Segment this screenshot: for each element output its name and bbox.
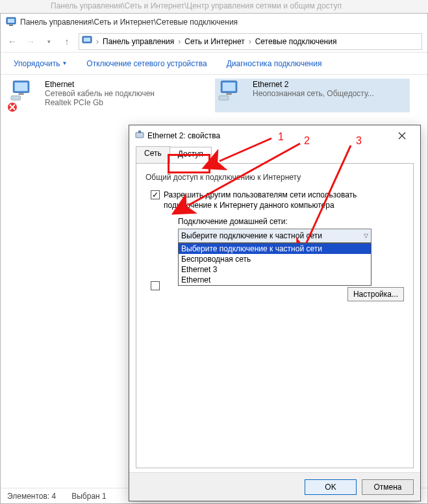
- combobox-dropdown: Выберите подключение к частной сети Бесп…: [178, 243, 371, 286]
- breadcrumb[interactable]: Сетевые подключения: [255, 37, 337, 46]
- svg-rect-2: [9, 25, 13, 26]
- close-button[interactable]: [389, 127, 415, 145]
- adapter-device: Realtek PCIe Gb: [45, 98, 155, 107]
- ethernet-icon: [216, 80, 249, 111]
- svg-rect-13: [219, 96, 229, 101]
- svg-rect-1: [8, 19, 14, 23]
- dialog-button-row: OK Отмена: [129, 472, 420, 501]
- address-bar[interactable]: › Панель управления › Сеть и Интернет › …: [79, 33, 422, 50]
- svg-rect-12: [226, 93, 231, 94]
- bg-title-text: Панель управления\Сеть и Интернет\Центр …: [51, 1, 342, 10]
- tab-access-pane: Общий доступ к подключению к Интернету ✓…: [136, 163, 414, 468]
- network-connections-icon: [82, 35, 92, 47]
- tab-strip: Сеть Доступ: [136, 146, 414, 163]
- home-network-label: Подключение домашней сети:: [178, 217, 404, 226]
- network-connections-icon: [6, 16, 16, 29]
- svg-rect-14: [136, 132, 144, 138]
- chevron-down-icon: ▽: [364, 233, 368, 239]
- ethernet-icon: [8, 80, 41, 111]
- settings-label: Настройка...: [353, 290, 398, 299]
- cancel-button[interactable]: Отмена: [362, 479, 414, 495]
- ok-button[interactable]: OK: [305, 479, 357, 495]
- home-network-combobox[interactable]: Выберите подключение к частной сети ▽: [178, 229, 371, 243]
- dialog-title: Ethernet 2: свойства: [145, 131, 389, 140]
- svg-rect-11: [223, 82, 236, 91]
- settings-button[interactable]: Настройка...: [347, 287, 404, 301]
- ok-label: OK: [325, 483, 336, 492]
- adapter-item[interactable]: Ethernet Сетевой кабель не подключен Rea…: [7, 79, 202, 112]
- adapter-status: Неопознанная сеть, Общедосту...: [253, 89, 374, 98]
- allow-sharing-checkbox[interactable]: ✓: [151, 190, 160, 199]
- svg-rect-8: [11, 96, 21, 101]
- chevron-right-icon[interactable]: ›: [178, 37, 181, 46]
- tab-label: Доступ: [178, 149, 203, 158]
- forward-button[interactable]: →: [21, 32, 40, 51]
- svg-rect-6: [15, 82, 28, 91]
- combo-option[interactable]: Ethernet: [179, 275, 371, 285]
- command-bar: Упорядочить ▼ Отключение сетевого устрой…: [1, 53, 427, 75]
- combo-option[interactable]: Беспроводная сеть: [179, 254, 371, 264]
- titlebar: Панель управления\Сеть и Интернет\Сетевы…: [1, 14, 427, 31]
- chevron-right-icon[interactable]: ›: [96, 37, 99, 46]
- status-selected: Выбран 1: [71, 492, 106, 501]
- svg-rect-4: [84, 38, 90, 42]
- chevron-down-icon: ▼: [62, 60, 67, 66]
- dialog-titlebar: Ethernet 2: свойства: [129, 125, 420, 146]
- adapter-name: Ethernet 2: [253, 80, 374, 89]
- disable-device-cmd[interactable]: Отключение сетевого устройства: [86, 59, 207, 68]
- combo-option[interactable]: Ethernet 3: [179, 264, 371, 275]
- adapter-item[interactable]: Ethernet 2 Неопознанная сеть, Общедосту.…: [215, 79, 410, 112]
- tab-access[interactable]: Доступ: [170, 147, 212, 164]
- diagnose-cmd[interactable]: Диагностика подключения: [227, 59, 322, 68]
- history-dropdown[interactable]: ▾: [40, 32, 58, 51]
- combo-option[interactable]: Выберите подключение к частной сети: [179, 244, 371, 254]
- svg-rect-15: [138, 131, 141, 133]
- tab-network[interactable]: Сеть: [136, 146, 170, 163]
- combo-value: Выберите подключение к частной сети: [181, 231, 322, 240]
- up-button[interactable]: ↑: [58, 32, 76, 51]
- cancel-label: Отмена: [373, 483, 401, 492]
- chevron-right-icon[interactable]: ›: [249, 37, 251, 46]
- allow-sharing-label: Разрешить другим пользователям сети испо…: [164, 190, 399, 210]
- allow-control-checkbox[interactable]: [151, 281, 160, 290]
- breadcrumb[interactable]: Панель управления: [103, 37, 174, 46]
- disable-label: Отключение сетевого устройства: [86, 59, 207, 68]
- organize-label: Упорядочить: [14, 59, 60, 68]
- address-row: ← → ▾ ↑ › Панель управления › Сеть и Инт…: [1, 31, 427, 53]
- organize-menu[interactable]: Упорядочить ▼: [14, 59, 67, 68]
- adapter-name: Ethernet: [45, 80, 155, 89]
- window-title: Панель управления\Сеть и Интернет\Сетевы…: [20, 18, 238, 27]
- ethernet-icon: [134, 130, 145, 142]
- breadcrumb[interactable]: Сеть и Интернет: [184, 37, 244, 46]
- svg-rect-7: [18, 93, 23, 94]
- status-elements: Элементов: 4: [7, 492, 56, 501]
- adapter-status: Сетевой кабель не подключен: [45, 89, 155, 98]
- diagnose-label: Диагностика подключения: [227, 59, 322, 68]
- group-label: Общий доступ к подключению к Интернету: [145, 173, 404, 182]
- properties-dialog: Ethernet 2: свойства Сеть Доступ Общий д…: [129, 125, 421, 501]
- background-window-title: Панель управления\Сеть и Интернет\Центр …: [0, 0, 428, 13]
- tab-label: Сеть: [144, 149, 162, 158]
- back-button[interactable]: ←: [3, 32, 21, 51]
